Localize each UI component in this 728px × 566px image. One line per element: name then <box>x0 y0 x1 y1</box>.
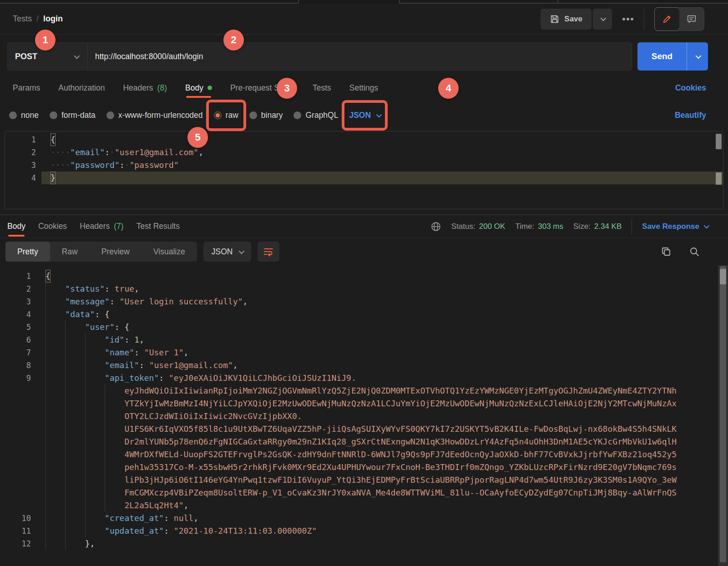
raw-format-value: JSON <box>349 111 371 120</box>
line-number: 10 <box>0 512 36 525</box>
method-url-container: POST http://localhost:8000/auth/login <box>7 42 632 71</box>
save-button[interactable]: Save <box>541 9 592 30</box>
request-editor-cursor-marker <box>716 172 722 185</box>
response-tab-cookies[interactable]: Cookies <box>38 215 67 238</box>
edit-documentation-button[interactable] <box>654 7 680 31</box>
code-line: FmCGMXczp4VBiPZeqm8UsoltERW-p_V1_oCvaKz3… <box>0 486 728 499</box>
view-visualize[interactable]: Visualize <box>142 242 197 262</box>
tab-headers[interactable]: Headers(8) <box>123 76 167 99</box>
radio-binary[interactable]: binary <box>249 111 283 120</box>
request-editor-scrollbar[interactable] <box>716 134 722 149</box>
toolbar-divider <box>644 9 644 30</box>
annotation-badge-3: 3 <box>277 78 297 99</box>
tab-body[interactable]: Body <box>185 76 212 99</box>
line-number: 3 <box>0 295 36 308</box>
tab-strip-border-right <box>399 3 728 4</box>
response-tab-body[interactable]: Body <box>7 215 25 238</box>
tab-authorization[interactable]: Authorization <box>58 76 105 99</box>
response-format-select[interactable]: JSON <box>203 242 252 262</box>
line-number <box>0 435 36 448</box>
annotation-badge-4: 4 <box>438 78 459 99</box>
response-tab-headers[interactable]: Headers(7) <box>80 215 124 238</box>
response-body-viewer[interactable]: 1{2 "status": true,3 "message": "User lo… <box>0 265 728 566</box>
code-line: 5 "user": { <box>0 321 728 334</box>
send-label: Send <box>652 51 672 61</box>
annotation-badge-2: 2 <box>223 30 244 51</box>
tab-settings[interactable]: Settings <box>349 76 378 99</box>
response-tab-test-results[interactable]: Test Results <box>136 215 180 238</box>
scrollbar-thumb[interactable] <box>720 266 726 562</box>
response-format-value: JSON <box>212 247 233 257</box>
line-number: 1 <box>5 133 41 146</box>
cookies-link[interactable]: Cookies <box>675 83 706 93</box>
radio-selected-icon <box>214 111 222 119</box>
line-number <box>0 423 36 435</box>
annotation-badge-1: 1 <box>35 30 56 51</box>
send-dropdown-button[interactable] <box>687 42 708 71</box>
line-number: 11 <box>0 525 36 537</box>
line-number: 8 <box>0 359 36 372</box>
tab-tests[interactable]: Tests <box>313 76 331 99</box>
line-number: 2 <box>0 283 36 295</box>
response-scrollbar[interactable] <box>718 265 728 566</box>
response-header: Body Cookies Headers(7) Test Results Sta… <box>0 215 728 238</box>
request-header-bar: Tests / login Save <box>0 4 728 35</box>
request-body-editor[interactable]: 1{2····"email":·"user1@gmail.com",3····"… <box>5 131 723 209</box>
response-status: Status:200 OK <box>451 222 506 231</box>
code-line: 12 }, <box>0 537 728 550</box>
line-number <box>0 499 36 512</box>
save-button-label: Save <box>564 15 582 24</box>
code-line: U1FS6Kr6IqVXO5f85l8c1u9UtXBwTZ6UqaVZZ5hP… <box>0 423 728 435</box>
send-button[interactable]: Send <box>637 42 687 71</box>
search-response-button[interactable] <box>689 246 700 257</box>
line-number: 12 <box>0 537 36 550</box>
url-bar: POST http://localhost:8000/auth/login Se… <box>0 35 728 76</box>
radio-form-data[interactable]: form-data <box>50 111 96 120</box>
comments-button[interactable] <box>679 8 704 30</box>
pencil-icon <box>662 14 672 24</box>
tab-separator <box>298 0 299 4</box>
response-size: Size:2.34 KB <box>573 222 622 231</box>
size-value: 2.34 KB <box>594 222 622 231</box>
radio-graphql[interactable]: GraphQL <box>293 111 338 120</box>
line-number <box>0 474 36 486</box>
time-value: 303 ms <box>538 222 563 231</box>
breadcrumb-collection[interactable]: Tests <box>13 14 32 24</box>
line-number: 4 <box>5 172 41 184</box>
line-number <box>0 397 36 410</box>
radio-x-www-form-urlencoded[interactable]: x-www-form-urlencoded <box>106 111 203 120</box>
response-actions <box>661 246 700 257</box>
radio-icon <box>249 111 257 119</box>
more-options-button[interactable] <box>622 17 634 21</box>
radio-none[interactable]: none <box>9 111 39 120</box>
copy-icon <box>661 246 672 257</box>
tab-params[interactable]: Params <box>13 76 40 99</box>
comment-icon <box>687 14 697 24</box>
beautify-link[interactable]: Beautify <box>675 111 706 120</box>
line-number: 9 <box>0 372 36 384</box>
wrap-text-icon <box>263 246 274 257</box>
side-panel-toggle-group <box>654 7 704 31</box>
save-icon <box>550 14 560 24</box>
view-pretty[interactable]: Pretty <box>5 242 50 262</box>
wrap-text-button[interactable] <box>258 242 279 262</box>
raw-format-select[interactable]: JSON <box>349 111 380 120</box>
code-line: 8 "email": "user1@gmail.com", <box>0 359 728 372</box>
save-response-button[interactable]: Save Response <box>642 222 708 231</box>
code-line: YTZkYjIwMzBmMzI4NjYiLCJpYXQiOjE2MzUwODEw… <box>0 397 728 410</box>
line-number: 1 <box>0 270 36 283</box>
postman-app: Tests / login Save <box>0 0 728 566</box>
chevron-down-icon <box>600 15 606 21</box>
code-line: 6 "id": 1, <box>0 334 728 346</box>
network-info-icon[interactable] <box>430 221 441 232</box>
radio-raw[interactable]: raw <box>214 111 238 120</box>
copy-response-button[interactable] <box>661 246 672 257</box>
tab-separator <box>557 0 558 4</box>
code-line: 4WMrDXfWELd-UuopFS2GTEFrvglPs2GsQK-zdHY9… <box>0 448 728 461</box>
view-preview[interactable]: Preview <box>90 242 142 262</box>
workspace-tab-strip <box>0 0 728 4</box>
save-dropdown-button[interactable] <box>593 9 612 30</box>
view-raw[interactable]: Raw <box>50 242 90 262</box>
url-input[interactable]: http://localhost:8000/auth/login <box>88 43 632 70</box>
search-icon <box>689 246 700 257</box>
